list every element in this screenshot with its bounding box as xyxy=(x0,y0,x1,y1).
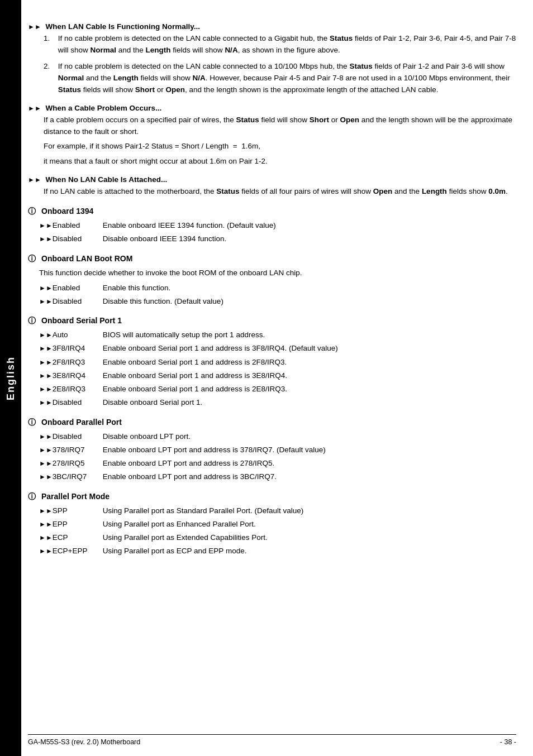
option-serial-disabled: ►► Disabled Disable onboard Serial port … xyxy=(39,397,516,408)
option-key-parallel-4: 3BC/IRQ7 xyxy=(53,471,103,482)
footer-right: - 38 - xyxy=(500,738,516,746)
heading-no-lan: When No LAN Cable Is Attached... xyxy=(46,175,168,184)
option-desc-mode-1: Using Parallel port as Standard Parallel… xyxy=(103,505,516,516)
option-bullet-serial-2: ►► xyxy=(39,343,53,353)
option-desc-mode-3: Using Parallel port as Extended Capabili… xyxy=(103,532,516,543)
option-desc-serial-5: Enable onboard Serial port 1 and address… xyxy=(103,384,516,395)
option-desc-parallel-3: Enable onboard LPT port and address is 2… xyxy=(103,458,516,469)
option-key-serial-3: 2F8/IRQ3 xyxy=(53,357,103,368)
cable-problem-para2: For example, if it shows Pair1-2 Status … xyxy=(44,141,516,152)
section-cable-problem-heading: ►► When a Cable Problem Occurs... xyxy=(28,104,516,112)
option-key-mode-3: ECP xyxy=(53,532,103,543)
option-bullet-serial-6: ►► xyxy=(39,397,53,408)
feature-parallel-mode-title: ⓘ Parallel Port Mode xyxy=(28,492,516,502)
pencil-icon-parallel-mode: ⓘ xyxy=(28,492,36,502)
option-key-serial-2: 3F8/IRQ4 xyxy=(53,343,103,354)
option-desc-parallel-2: Enable onboard LPT port and address is 3… xyxy=(103,444,516,456)
option-desc-serial-6: Disable onboard Serial port 1. xyxy=(103,397,516,408)
option-desc-1394-1: Enable onboard IEEE 1394 function. (Defa… xyxy=(103,220,516,231)
option-bullet-mode-4: ►► xyxy=(39,546,53,556)
option-desc-serial-1: BIOS will automatically setup the port 1… xyxy=(103,329,516,341)
section-no-lan-heading: ►► When No LAN Cable Is Attached... xyxy=(28,175,516,184)
pencil-icon-lan-boot: ⓘ xyxy=(28,254,36,264)
option-bullet-parallel-2: ►► xyxy=(39,444,53,455)
item-content-1: If no cable problem is detected on the L… xyxy=(58,33,516,56)
option-desc-1394-2: Disable onboard IEEE 1394 function. xyxy=(103,233,516,245)
option-key-serial-4: 3E8/IRQ4 xyxy=(53,370,103,381)
option-1394-disabled: ►► Disabled Disable onboard IEEE 1394 fu… xyxy=(39,233,516,245)
option-key-mode-4: ECP+EPP xyxy=(53,546,103,557)
option-lan-boot-disabled: ►► Disabled Disable this function. (Defa… xyxy=(39,296,516,307)
no-lan-para: If no LAN cable is attached to the mothe… xyxy=(44,186,516,198)
feature-onboard-lan-boot: ⓘ Onboard LAN Boot ROM This function dec… xyxy=(28,254,516,307)
cable-problem-para1: If a cable problem occurs on a specified… xyxy=(44,114,516,138)
option-key-lan-boot-2: Disabled xyxy=(53,296,103,307)
option-desc-mode-4: Using Parallel port as ECP and EPP mode. xyxy=(103,546,516,557)
option-bullet-parallel-4: ►► xyxy=(39,471,53,482)
footer-left: GA-M55S-S3 (rev. 2.0) Motherboard xyxy=(28,738,140,746)
option-parallel-disabled: ►► Disabled Disable onboard LPT port. xyxy=(39,431,516,442)
title-1394: Onboard 1394 xyxy=(41,207,93,216)
option-1394-enabled: ►► Enabled Enable onboard IEEE 1394 func… xyxy=(39,220,516,231)
title-parallel-mode: Parallel Port Mode xyxy=(41,492,110,501)
option-bullet-serial-1: ►► xyxy=(39,329,53,340)
option-key-parallel-1: Disabled xyxy=(53,431,103,442)
lan-functioning-item-2: 2. If no cable problem is detected on th… xyxy=(44,61,516,96)
option-bullet-serial-4: ►► xyxy=(39,370,53,381)
pencil-icon-1394: ⓘ xyxy=(28,207,36,217)
title-lan-boot: Onboard LAN Boot ROM xyxy=(41,254,132,263)
option-bullet-parallel-3: ►► xyxy=(39,458,53,468)
pencil-icon-parallel-port: ⓘ xyxy=(28,418,36,428)
title-serial-port1: Onboard Serial Port 1 xyxy=(41,316,122,325)
lan-functioning-item-1: 1. If no cable problem is detected on th… xyxy=(44,33,516,56)
option-mode-spp: ►► SPP Using Parallel port as Standard P… xyxy=(39,505,516,516)
option-key-parallel-3: 278/IRQ5 xyxy=(53,458,103,469)
feature-onboard-1394: ⓘ Onboard 1394 ►► Enabled Enable onboard… xyxy=(28,207,516,245)
option-key-1394-1: Enabled xyxy=(53,220,103,231)
option-parallel-3bc: ►► 3BC/IRQ7 Enable onboard LPT port and … xyxy=(39,471,516,482)
option-desc-parallel-1: Disable onboard LPT port. xyxy=(103,431,516,442)
arrow-bullet-3: ►► xyxy=(28,176,41,184)
cable-problem-para3: it means that a fault or short might occ… xyxy=(44,156,516,168)
option-key-parallel-2: 378/IRQ7 xyxy=(53,444,103,456)
option-desc-serial-2: Enable onboard Serial port 1 and address… xyxy=(103,343,516,354)
option-bullet-1394-1: ►► xyxy=(39,220,53,231)
option-bullet-serial-3: ►► xyxy=(39,357,53,367)
heading-cable-problem: When a Cable Problem Occurs... xyxy=(46,104,162,112)
option-serial-3f8: ►► 3F8/IRQ4 Enable onboard Serial port 1… xyxy=(39,343,516,354)
arrow-bullet-2: ►► xyxy=(28,104,41,112)
feature-onboard-1394-title: ⓘ Onboard 1394 xyxy=(28,207,516,217)
option-key-lan-boot-1: Enabled xyxy=(53,283,103,294)
option-key-serial-5: 2E8/IRQ3 xyxy=(53,384,103,395)
option-key-mode-2: EPP xyxy=(53,519,103,530)
option-mode-ecp-epp: ►► ECP+EPP Using Parallel port as ECP an… xyxy=(39,546,516,557)
option-key-mode-1: SPP xyxy=(53,505,103,516)
option-desc-lan-boot-2: Disable this function. (Default value) xyxy=(103,296,516,307)
arrow-bullet-1: ►► xyxy=(28,23,41,31)
feature-onboard-parallel-port: ⓘ Onboard Parallel Port ►► Disabled Disa… xyxy=(28,418,516,483)
option-bullet-1394-2: ►► xyxy=(39,233,53,244)
lan-functioning-list: 1. If no cable problem is detected on th… xyxy=(44,33,516,96)
item-num-1: 1. xyxy=(44,33,54,45)
title-parallel-port: Onboard Parallel Port xyxy=(41,418,122,427)
heading-lan-functioning: When LAN Cable Is Functioning Normally..… xyxy=(46,22,201,31)
option-serial-2f8: ►► 2F8/IRQ3 Enable onboard Serial port 1… xyxy=(39,357,516,368)
feature-lan-boot-title: ⓘ Onboard LAN Boot ROM xyxy=(28,254,516,264)
option-parallel-378: ►► 378/IRQ7 Enable onboard LPT port and … xyxy=(39,444,516,456)
option-serial-2e8: ►► 2E8/IRQ3 Enable onboard Serial port 1… xyxy=(39,384,516,395)
footer: GA-M55S-S3 (rev. 2.0) Motherboard - 38 - xyxy=(28,734,516,746)
option-desc-lan-boot-1: Enable this function. xyxy=(103,283,516,294)
feature-parallel-port-mode: ⓘ Parallel Port Mode ►► SPP Using Parall… xyxy=(28,492,516,557)
item-content-2: If no cable problem is detected on the L… xyxy=(58,61,516,96)
sidebar: English xyxy=(0,0,21,756)
option-desc-serial-3: Enable onboard Serial port 1 and address… xyxy=(103,357,516,368)
option-serial-3e8: ►► 3E8/IRQ4 Enable onboard Serial port 1… xyxy=(39,370,516,381)
main-content: ►► When LAN Cable Is Functioning Normall… xyxy=(28,22,516,593)
option-key-serial-6: Disabled xyxy=(53,397,103,408)
pencil-icon-serial-port1: ⓘ xyxy=(28,316,36,326)
sidebar-label: English xyxy=(5,356,17,400)
option-bullet-serial-5: ►► xyxy=(39,384,53,394)
option-desc-parallel-4: Enable onboard LPT port and address is 3… xyxy=(103,471,516,482)
option-bullet-parallel-1: ►► xyxy=(39,431,53,442)
option-bullet-mode-3: ►► xyxy=(39,532,53,543)
